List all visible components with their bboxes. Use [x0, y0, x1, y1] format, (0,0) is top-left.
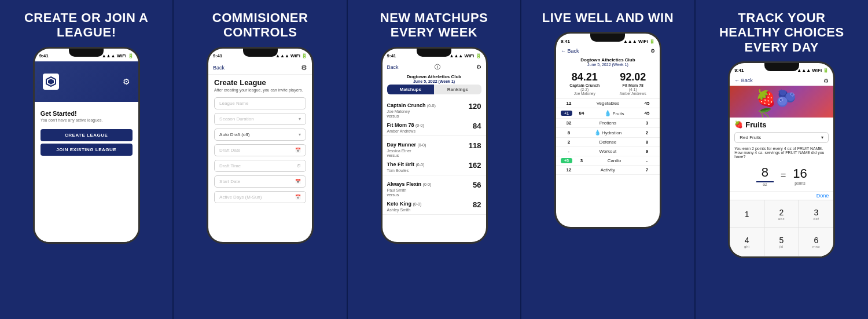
cat-row-fruits: +1 84 💧 Fruits 45 — [556, 108, 660, 119]
logo-icon — [46, 76, 56, 87]
done-button[interactable]: Done — [816, 193, 829, 199]
keypad-btn-6[interactable]: 6 mno — [799, 228, 834, 256]
versus-3: versus — [387, 192, 481, 197]
field-draft-time[interactable]: Draft Time ⏱ — [214, 160, 306, 172]
matchup-item-1: Captain Crunch (0-0) Joe Maloney 120 ver… — [382, 97, 486, 136]
gear-btn-1[interactable]: ⚙ — [123, 77, 130, 86]
cat-row-workout: - Workout 9 — [556, 147, 660, 156]
screen-4: ← Back ⚙ Dogtown Atheletics Club June 5,… — [556, 46, 660, 227]
create-league-button[interactable]: CREATE LEAGUE — [41, 129, 133, 141]
panel-3-header: NEW MATCHUPS EVERY WEEK — [348, 0, 520, 47]
notch-2 — [243, 49, 278, 57]
fruits-select[interactable]: Red Fruits ▾ — [734, 132, 829, 143]
field-season-duration[interactable]: Season Duration ▾ — [214, 113, 306, 125]
field-draft-time-label: Draft Time — [219, 163, 241, 168]
calendar-icon-3: 📅 — [295, 195, 301, 200]
notch-1 — [69, 49, 104, 57]
info-icon-3[interactable]: ⓘ — [435, 63, 440, 71]
keypad-btn-5[interactable]: 5 jkl — [764, 228, 799, 256]
player-right: Amber Andrews — [620, 91, 646, 96]
notch-3 — [417, 49, 451, 57]
points-display: 16 points — [793, 166, 807, 185]
settings-icon-2[interactable]: ⚙ — [301, 64, 307, 72]
quantity-display: 8 oz — [756, 165, 774, 186]
scores-week-4: June 5, 2022 (Week 1) — [561, 63, 655, 67]
back-btn-5[interactable]: ← Back — [734, 78, 753, 83]
back-btn-4[interactable]: ← Back — [561, 48, 579, 54]
phone-3: 9:41 ▲▲▲ WiFi 🔋 Back ⓘ ⚙ Dogtown Athelet… — [381, 47, 488, 244]
hero-1: ⚙ — [35, 61, 138, 102]
back-btn-3[interactable]: Back — [387, 64, 399, 70]
panel-5-title: TRACK YOUR HEALTHY CHOICES EVERY DAY — [707, 10, 856, 54]
matchup-team-2b: The Fit Brit (0-0) Tom Bowles — [387, 158, 425, 173]
keypad-btn-3[interactable]: 3 def — [799, 200, 834, 229]
field-auto-draft[interactable]: Auto Draft (off) ▾ — [214, 129, 306, 141]
keypad-btn-1[interactable]: 1 — [730, 200, 764, 229]
cat-row-activity: 12 Activity 7 — [556, 166, 660, 175]
create-league-title: Create League — [208, 75, 312, 88]
versus-2: versus — [387, 153, 481, 158]
quantity-value: 8 — [756, 165, 774, 182]
svg-marker-1 — [48, 79, 54, 85]
phone-1: 9:41 ▲▲▲ WiFi 🔋 ⚙ — [33, 47, 140, 244]
back-btn-2[interactable]: Back — [213, 65, 225, 71]
status-icons-5: ▲▲▲ WiFi 🔋 — [797, 68, 829, 73]
tab-rankings[interactable]: Rankings — [434, 85, 481, 94]
matchup-team-1b: Fit Mom 78 (0-0) Amber Andrews — [387, 119, 424, 133]
panel-1-title: CREATE OR JOIN A LEAGUE! — [12, 10, 161, 40]
panel-5-header: TRACK YOUR HEALTHY CHOICES EVERY DAY — [696, 0, 868, 61]
keypad-btn-4[interactable]: 4 ghi — [730, 228, 764, 256]
panel-3-title: NEW MATCHUPS EVERY WEEK — [359, 10, 509, 40]
equals-sign: = — [781, 170, 786, 181]
matchup-tabs: Matchups Rankings — [387, 85, 481, 94]
app-logo — [43, 74, 59, 90]
screen-2: Back ⚙ Create League After creating your… — [208, 61, 312, 242]
screen-1: ⚙ Get Started! You don't have any active… — [35, 61, 138, 242]
score-left: 84.21 — [569, 71, 599, 83]
create-league-subtitle: After creating your league, you can invi… — [208, 88, 312, 96]
time-2: 9:41 — [213, 53, 222, 58]
screen-5: ← Back ⚙ 🍓🫐🍒 🍓 Fruits Red Fruits ▾ You e… — [730, 76, 833, 256]
field-start-date[interactable]: Start Date 📅 — [214, 175, 306, 188]
join-league-button[interactable]: JOIN EXISTING LEAGUE — [41, 144, 133, 156]
settings-icon-5[interactable]: ⚙ — [823, 78, 829, 84]
matchup-row-1a: Captain Crunch (0-0) Joe Maloney 120 — [387, 99, 481, 113]
field-league-name[interactable]: League Name — [214, 97, 306, 109]
tab-matchups[interactable]: Matchups — [387, 85, 435, 94]
cat-row-proteins: 32 Protiens 3 — [556, 119, 660, 128]
panel-4-title: LIVE WELL AND WIN — [542, 10, 674, 25]
panel-create-league: CREATE OR JOIN A LEAGUE! 9:41 ▲▲▲ WiFi 🔋 — [0, 0, 172, 319]
field-draft-date[interactable]: Draft Date 📅 — [214, 144, 306, 156]
panel-matchups: NEW MATCHUPS EVERY WEEK 9:41 ▲▲▲ WiFi 🔋 … — [348, 0, 520, 319]
chevron-down-icon-fruits: ▾ — [821, 135, 823, 140]
get-started-title: Get Started! — [41, 110, 133, 117]
keypad-btn-2[interactable]: 2 abc — [764, 200, 799, 229]
panel-4-header: LIVE WELL AND WIN — [521, 0, 694, 32]
field-active-days[interactable]: Active Days (M-Sun) 📅 — [214, 191, 306, 203]
settings-icon-3[interactable]: ⚙ — [476, 64, 481, 70]
settings-icon-4[interactable]: ⚙ — [650, 48, 655, 54]
field-active-days-label: Active Days (M-Sun) — [219, 195, 262, 200]
fruits-description: You earn 2 points for every 4 oz of FRUI… — [730, 145, 833, 160]
status-icons-1: ▲▲▲ WiFi 🔋 — [102, 53, 134, 58]
club-name-3: Dogtown Atheletics Club June 5, 2022 (We… — [382, 73, 486, 85]
field-draft-date-label: Draft Date — [219, 148, 240, 153]
time-3: 9:41 — [387, 53, 396, 58]
time-1: 9:41 — [39, 53, 49, 58]
time-4: 9:41 — [561, 39, 570, 44]
matchup-row-2b: The Fit Brit (0-0) Tom Bowles 162 — [387, 158, 481, 173]
panel-2-header: COMMISIONER CONTROLS — [174, 0, 346, 47]
panel-3-phone-wrap: 9:41 ▲▲▲ WiFi 🔋 Back ⓘ ⚙ Dogtown Athelet… — [348, 47, 520, 319]
keypad: 1 2 abc 3 def 4 ghi 5 — [730, 200, 833, 256]
matchup-team-1a: Captain Crunch (0-0) Joe Maloney — [387, 99, 436, 113]
matchup-row-2a: Day Runner (0-0) Jessica Etner 118 — [387, 138, 481, 153]
time-5: 9:41 — [734, 68, 744, 73]
badge-cardio-left: +5 — [561, 158, 572, 163]
fruits-counter: 8 oz = 16 points — [730, 160, 833, 191]
matchup-nav: Back ⓘ ⚙ — [382, 61, 486, 73]
chevron-down-icon-1: ▾ — [299, 116, 301, 122]
scores-header-4: Dogtown Atheletics Club June 5, 2022 (We… — [556, 56, 660, 68]
scores-club-4: Dogtown Atheletics Club — [561, 57, 655, 63]
matchup-row-3a: Always Flexin (0-0) Paul Smith 56 — [387, 178, 481, 192]
phone-5: 9:41 ▲▲▲ WiFi 🔋 ← Back ⚙ 🍓🫐🍒 🍓 Fruits — [728, 61, 835, 258]
